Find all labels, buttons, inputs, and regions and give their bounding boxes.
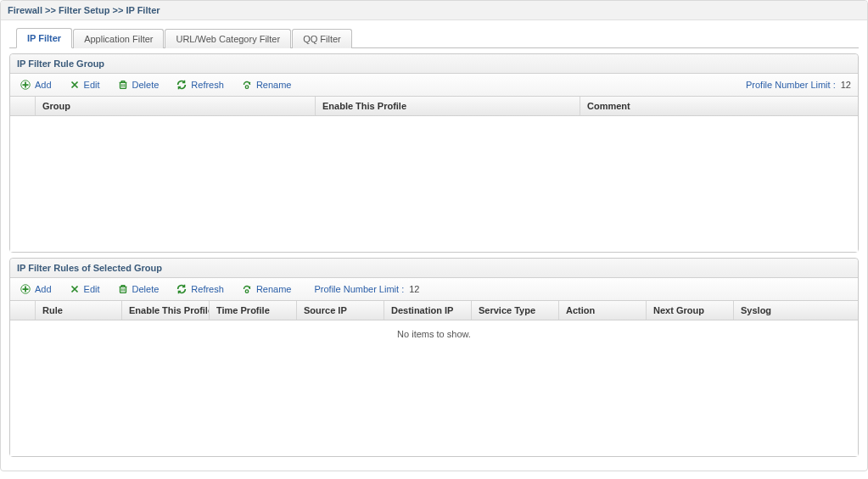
rename-icon	[241, 283, 253, 295]
edit-label: Edit	[84, 284, 100, 294]
rename-icon	[241, 79, 253, 91]
col-syslog[interactable]: Syslog	[734, 301, 858, 320]
group-table-header: Group Enable This Profile Comment	[10, 97, 858, 116]
col-next-group[interactable]: Next Group	[647, 301, 734, 320]
rules-panel: IP Filter Rules of Selected Group Add Ed…	[9, 258, 859, 457]
group-panel: IP Filter Rule Group Add Edit Delete Ref…	[9, 53, 859, 253]
rules-toolbar: Add Edit Delete Refresh Rename	[10, 278, 858, 301]
col-enable[interactable]: Enable This Profile	[316, 97, 580, 115]
rules-table-body[interactable]: No items to show.	[10, 320, 858, 456]
add-button[interactable]: Add	[17, 77, 54, 92]
edit-icon	[69, 79, 81, 91]
col-comment[interactable]: Comment	[580, 97, 858, 115]
edit-button[interactable]: Edit	[66, 281, 103, 297]
refresh-icon	[176, 79, 188, 91]
add-icon	[20, 79, 31, 91]
delete-button[interactable]: Delete	[115, 77, 162, 92]
svg-point-5	[245, 290, 249, 293]
group-table-body[interactable]	[10, 116, 858, 252]
add-icon	[20, 283, 31, 295]
rules-panel-title: IP Filter Rules of Selected Group	[10, 259, 858, 278]
profile-limit: Profile Number Limit : 12	[314, 284, 419, 294]
edit-icon	[69, 283, 81, 295]
group-panel-title: IP Filter Rule Group	[10, 54, 858, 74]
col-service-type[interactable]: Service Type	[472, 301, 559, 320]
delete-icon	[117, 79, 129, 91]
rename-button[interactable]: Rename	[238, 77, 294, 92]
rename-button[interactable]: Rename	[238, 281, 294, 297]
empty-message: No items to show.	[10, 320, 858, 348]
refresh-icon	[176, 283, 188, 295]
col-action[interactable]: Action	[559, 301, 647, 320]
edit-button[interactable]: Edit	[66, 77, 103, 92]
svg-point-2	[245, 86, 249, 89]
profile-limit-value: 12	[409, 284, 419, 294]
profile-limit-value: 12	[841, 80, 851, 90]
breadcrumb: Firewall >> Filter Setup >> IP Filter	[1, 1, 867, 20]
content: IP Filter Application Filter URL/Web Cat…	[1, 20, 867, 464]
tab-url-category-filter[interactable]: URL/Web Category Filter	[165, 29, 291, 48]
col-dest-ip[interactable]: Destination IP	[384, 301, 472, 320]
profile-limit: Profile Number Limit : 12	[746, 80, 851, 90]
group-toolbar: Add Edit Delete Refresh Rename	[10, 74, 858, 97]
delete-label: Delete	[132, 80, 160, 90]
add-label: Add	[35, 80, 52, 90]
col-group[interactable]: Group	[36, 97, 316, 115]
delete-icon	[117, 283, 129, 295]
tab-application-filter[interactable]: Application Filter	[73, 29, 164, 48]
col-select[interactable]	[10, 301, 36, 320]
delete-button[interactable]: Delete	[115, 281, 162, 297]
rename-label: Rename	[256, 80, 292, 90]
col-rule[interactable]: Rule	[36, 301, 122, 320]
refresh-button[interactable]: Refresh	[173, 281, 227, 297]
profile-limit-label: Profile Number Limit :	[314, 284, 404, 294]
col-select[interactable]	[10, 97, 36, 115]
edit-label: Edit	[84, 80, 100, 90]
refresh-label: Refresh	[191, 284, 224, 294]
rules-table-header: Rule Enable This Profile Time Profile So…	[10, 301, 858, 320]
add-label: Add	[35, 284, 52, 294]
col-source-ip[interactable]: Source IP	[297, 301, 384, 320]
main-window: Firewall >> Filter Setup >> IP Filter IP…	[0, 0, 868, 471]
tab-ip-filter[interactable]: IP Filter	[16, 28, 72, 48]
refresh-label: Refresh	[191, 80, 224, 90]
tab-bar: IP Filter Application Filter URL/Web Cat…	[9, 27, 859, 48]
rename-label: Rename	[256, 284, 292, 294]
profile-limit-label: Profile Number Limit :	[746, 80, 836, 90]
col-enable[interactable]: Enable This Profile	[122, 301, 210, 320]
refresh-button[interactable]: Refresh	[173, 77, 227, 92]
col-time[interactable]: Time Profile	[210, 301, 297, 320]
tab-qq-filter[interactable]: QQ Filter	[292, 29, 352, 48]
add-button[interactable]: Add	[17, 281, 54, 297]
delete-label: Delete	[132, 284, 160, 294]
